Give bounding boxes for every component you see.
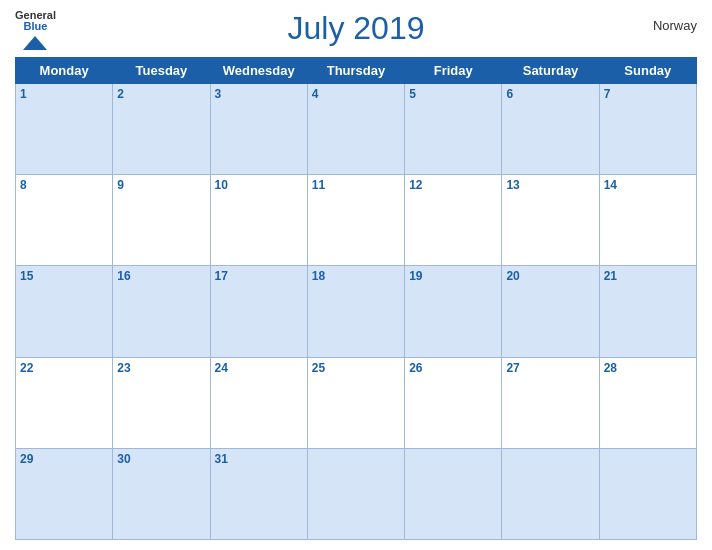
logo-icon — [21, 34, 49, 52]
day-number: 19 — [409, 269, 422, 283]
day-number: 4 — [312, 87, 319, 101]
calendar-week-row: 293031 — [16, 448, 697, 539]
logo: General Blue — [15, 10, 56, 52]
day-number: 11 — [312, 178, 325, 192]
day-number: 21 — [604, 269, 617, 283]
weekday-header-thursday: Thursday — [307, 58, 404, 84]
day-number: 30 — [117, 452, 130, 466]
calendar-cell: 10 — [210, 175, 307, 266]
day-number: 28 — [604, 361, 617, 375]
calendar-title: July 2019 — [288, 10, 425, 47]
calendar-cell: 5 — [405, 84, 502, 175]
weekday-header-monday: Monday — [16, 58, 113, 84]
calendar-week-row: 15161718192021 — [16, 266, 697, 357]
country-label: Norway — [653, 18, 697, 33]
calendar-cell: 16 — [113, 266, 210, 357]
day-number: 23 — [117, 361, 130, 375]
calendar-cell: 4 — [307, 84, 404, 175]
calendar-cell: 7 — [599, 84, 696, 175]
calendar-cell — [502, 448, 599, 539]
day-number: 22 — [20, 361, 33, 375]
calendar-cell: 21 — [599, 266, 696, 357]
calendar-cell: 8 — [16, 175, 113, 266]
day-number: 10 — [215, 178, 228, 192]
calendar-cell: 13 — [502, 175, 599, 266]
calendar-cell: 3 — [210, 84, 307, 175]
calendar-cell: 20 — [502, 266, 599, 357]
weekday-header-saturday: Saturday — [502, 58, 599, 84]
calendar-cell: 18 — [307, 266, 404, 357]
calendar-week-row: 22232425262728 — [16, 357, 697, 448]
day-number: 8 — [20, 178, 27, 192]
calendar-cell: 11 — [307, 175, 404, 266]
calendar-cell: 27 — [502, 357, 599, 448]
weekday-header-friday: Friday — [405, 58, 502, 84]
calendar-cell: 26 — [405, 357, 502, 448]
calendar-cell: 17 — [210, 266, 307, 357]
day-number: 27 — [506, 361, 519, 375]
day-number: 20 — [506, 269, 519, 283]
weekday-header-wednesday: Wednesday — [210, 58, 307, 84]
day-number: 24 — [215, 361, 228, 375]
day-number: 12 — [409, 178, 422, 192]
svg-marker-0 — [23, 36, 47, 50]
day-number: 25 — [312, 361, 325, 375]
calendar-week-row: 1234567 — [16, 84, 697, 175]
day-number: 18 — [312, 269, 325, 283]
calendar-cell: 15 — [16, 266, 113, 357]
calendar-cell: 25 — [307, 357, 404, 448]
calendar-cell: 6 — [502, 84, 599, 175]
calendar-cell: 23 — [113, 357, 210, 448]
calendar-cell: 2 — [113, 84, 210, 175]
calendar-cell: 30 — [113, 448, 210, 539]
day-number: 16 — [117, 269, 130, 283]
calendar-cell: 22 — [16, 357, 113, 448]
calendar-table: MondayTuesdayWednesdayThursdayFridaySatu… — [15, 57, 697, 540]
calendar-cell: 9 — [113, 175, 210, 266]
calendar-cell: 28 — [599, 357, 696, 448]
day-number: 7 — [604, 87, 611, 101]
logo-blue: Blue — [24, 21, 48, 32]
day-number: 14 — [604, 178, 617, 192]
day-number: 2 — [117, 87, 124, 101]
calendar-cell — [599, 448, 696, 539]
calendar-cell: 12 — [405, 175, 502, 266]
calendar-cell: 14 — [599, 175, 696, 266]
day-number: 31 — [215, 452, 228, 466]
header: General Blue July 2019 Norway — [15, 10, 697, 53]
calendar-cell: 29 — [16, 448, 113, 539]
calendar-cell: 1 — [16, 84, 113, 175]
day-number: 3 — [215, 87, 222, 101]
calendar-cell: 31 — [210, 448, 307, 539]
day-number: 9 — [117, 178, 124, 192]
calendar-cell — [307, 448, 404, 539]
calendar-cell: 19 — [405, 266, 502, 357]
day-number: 17 — [215, 269, 228, 283]
weekday-header-tuesday: Tuesday — [113, 58, 210, 84]
weekday-header-sunday: Sunday — [599, 58, 696, 84]
day-number: 29 — [20, 452, 33, 466]
day-number: 6 — [506, 87, 513, 101]
day-number: 5 — [409, 87, 416, 101]
day-number: 15 — [20, 269, 33, 283]
day-number: 26 — [409, 361, 422, 375]
calendar-week-row: 891011121314 — [16, 175, 697, 266]
calendar-cell — [405, 448, 502, 539]
calendar-cell: 24 — [210, 357, 307, 448]
day-number: 13 — [506, 178, 519, 192]
day-number: 1 — [20, 87, 27, 101]
weekday-header-row: MondayTuesdayWednesdayThursdayFridaySatu… — [16, 58, 697, 84]
